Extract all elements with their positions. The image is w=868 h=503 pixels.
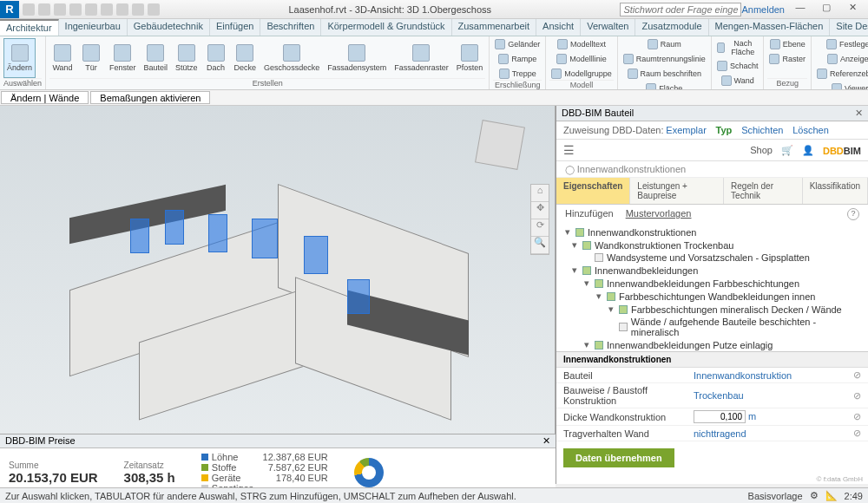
sptab-eigenschaften[interactable]: Eigenschaften bbox=[556, 178, 630, 204]
ribbon-viewer[interactable]: Viewer bbox=[815, 82, 868, 90]
prices-close-icon[interactable]: ✕ bbox=[542, 435, 550, 447]
3d-viewport[interactable]: ⌂ ✥ ⟳ 🔍 1 : 100 ▧ ☀ ◪ ✂ ⚙ bbox=[0, 106, 556, 484]
ribbon-t-r[interactable]: Tür bbox=[78, 38, 104, 78]
clear-icon[interactable]: ⊘ bbox=[853, 428, 861, 439]
ribbon-schacht[interactable]: Schacht bbox=[715, 60, 760, 72]
ribbon-nach-fl-che[interactable]: Nach Fläche bbox=[715, 38, 760, 57]
link-schichten[interactable]: Schichten bbox=[741, 125, 783, 135]
tree-node[interactable]: ▾Innenwandbekleidungen Farbbeschichtunge… bbox=[562, 277, 863, 290]
minimize-button[interactable]: — bbox=[790, 2, 811, 17]
ribbon-fassadenraster[interactable]: Fassadenraster bbox=[391, 38, 451, 78]
menu-icon[interactable]: ☰ bbox=[563, 143, 575, 157]
nav-pan-icon[interactable]: ✥ bbox=[531, 202, 549, 219]
ribbon-bauteil[interactable]: Bauteil bbox=[141, 38, 171, 78]
link-typ[interactable]: Typ bbox=[716, 125, 733, 135]
clear-icon[interactable]: ⊘ bbox=[853, 390, 861, 402]
ribbon-raumtrennungslinie[interactable]: Raumtrennungslinie bbox=[621, 53, 707, 65]
ribbon-ebene[interactable]: Ebene bbox=[767, 38, 807, 50]
tab-beschriften[interactable]: Beschriften bbox=[260, 19, 321, 36]
tab-zusatzmodule[interactable]: Zusatzmodule bbox=[635, 19, 708, 36]
tree-node[interactable]: Wandsysteme und Vorsatzschalen - Gipspla… bbox=[562, 252, 863, 264]
view-cube[interactable] bbox=[475, 120, 525, 170]
ribbon-dach[interactable]: Dach bbox=[203, 38, 229, 78]
tab-sitedesigner[interactable]: Site Designer bbox=[830, 19, 868, 36]
tab-ansicht[interactable]: Ansicht bbox=[536, 19, 581, 36]
ribbon-wand[interactable]: Wand bbox=[715, 75, 760, 87]
login-link[interactable]: Anmelden bbox=[741, 4, 785, 15]
status-hint: Zur Auswahl klicken, TABULATOR für ander… bbox=[5, 491, 516, 501]
sptab-klassifikation[interactable]: Klassifikation bbox=[803, 178, 868, 204]
apply-button[interactable]: Daten übernehmen bbox=[563, 448, 674, 467]
ribbon-modelllinie[interactable]: Modelllinie bbox=[549, 53, 614, 65]
prop-value[interactable]: Trockenbau bbox=[694, 390, 744, 401]
ribbon-raum[interactable]: Raum bbox=[621, 38, 707, 50]
ribbon-festlegen[interactable]: Festlegen bbox=[815, 38, 868, 50]
ribbon-decke[interactable]: Decke bbox=[232, 38, 260, 78]
nav-orbit-icon[interactable]: ⟳ bbox=[531, 219, 549, 237]
ribbon-fl-che[interactable]: Fläche bbox=[621, 82, 707, 90]
ribbon-modelltext[interactable]: Modelltext bbox=[549, 38, 614, 50]
nav-toolbar[interactable]: ⌂ ✥ ⟳ 🔍 bbox=[530, 184, 549, 255]
quick-access-toolbar[interactable] bbox=[23, 3, 160, 16]
maximize-button[interactable]: ▢ bbox=[816, 2, 837, 17]
user-icon[interactable]: 👤 bbox=[802, 145, 814, 156]
prop-value[interactable]: nichttragend bbox=[694, 428, 746, 439]
ctx-bemassungen[interactable]: Bemaßungen aktivieren bbox=[90, 91, 210, 104]
component-tree[interactable]: ▾Innenwandkonstruktionen▾Wandkonstruktio… bbox=[556, 224, 868, 351]
ribbon-gel-nder[interactable]: Geländer bbox=[493, 38, 542, 50]
tab-ingenieurbau[interactable]: Ingenieurbau bbox=[59, 19, 128, 36]
ribbon-pfosten[interactable]: Pfosten bbox=[454, 38, 486, 78]
tab-architektur[interactable]: Architektur bbox=[0, 19, 59, 36]
dbdbim-panel: DBD-BIM Bauteil✕ Zuweisung DBD-Daten: Ex… bbox=[556, 106, 868, 484]
ribbon--ndern[interactable]: Ändern bbox=[3, 38, 36, 78]
help-icon[interactable]: ? bbox=[847, 208, 859, 220]
status-mode[interactable]: Basisvorlage bbox=[748, 491, 803, 501]
tree-node[interactable]: ▾Wandkonstruktionen Trockenbau bbox=[562, 238, 863, 252]
ribbon-rampe[interactable]: Rampe bbox=[493, 53, 542, 65]
ribbon-referenzebene[interactable]: Referenzebene bbox=[815, 68, 868, 80]
ribbon-fenster[interactable]: Fenster bbox=[107, 38, 139, 78]
ribbon-wand[interactable]: Wand bbox=[49, 38, 76, 78]
link-exemplar[interactable]: Exemplar bbox=[666, 125, 706, 135]
ribbon-fassadensystem[interactable]: Fassadensystem bbox=[325, 38, 389, 78]
cart-icon[interactable]: 🛒 bbox=[781, 145, 793, 156]
help-search-input[interactable] bbox=[620, 3, 741, 16]
status-icon[interactable]: 📐 bbox=[825, 490, 838, 501]
ctx-aendern-waende[interactable]: Ändern | Wände bbox=[1, 91, 89, 104]
panel-close-icon[interactable]: ✕ bbox=[855, 108, 863, 119]
tab-mengen[interactable]: Mengen-Massen-Flächen bbox=[709, 19, 831, 36]
ribbon-raum-beschriften[interactable]: Raum beschriften bbox=[621, 68, 707, 80]
nav-home-icon[interactable]: ⌂ bbox=[531, 185, 549, 202]
nav-zoom-icon[interactable]: 🔍 bbox=[531, 237, 549, 254]
clear-icon[interactable]: ⊘ bbox=[853, 369, 861, 381]
ribbon-anzeigen[interactable]: Anzeigen bbox=[815, 53, 868, 65]
ribbon-treppe[interactable]: Treppe bbox=[493, 68, 542, 80]
ribbon-raster[interactable]: Raster bbox=[767, 53, 807, 65]
tab-einfuegen[interactable]: Einfügen bbox=[210, 19, 260, 36]
prop-input[interactable] bbox=[694, 410, 746, 423]
subtab-mustervorlagen[interactable]: Mustervorlagen bbox=[626, 208, 692, 220]
ribbon-geschossdecke[interactable]: Geschossdecke bbox=[261, 38, 322, 78]
sptab-leistungen[interactable]: Leistungen + Baupreise bbox=[630, 178, 724, 204]
status-icon[interactable]: ⚙ bbox=[810, 490, 819, 501]
clear-icon[interactable]: ⊘ bbox=[853, 411, 861, 422]
tree-node[interactable]: ▾Farbbeschichtungen mineralisch Decken /… bbox=[562, 303, 863, 316]
tab-koerpermodell[interactable]: Körpermodell & Grundstück bbox=[321, 19, 451, 36]
ribbon-st-tze[interactable]: Stütze bbox=[173, 38, 201, 78]
tab-gebaeudetechnik[interactable]: Gebäudetechnik bbox=[128, 19, 210, 36]
tree-node[interactable]: ▾Innenwandbekleidungen bbox=[562, 264, 863, 277]
tree-node[interactable]: ▾Innenwandbekleidungen Putze einlagig bbox=[562, 338, 863, 351]
tree-node[interactable]: ▾Farbbeschichtungen Wandbekleidungen inn… bbox=[562, 290, 863, 303]
tree-node[interactable]: ▾Innenwandkonstruktionen bbox=[562, 225, 863, 238]
prop-value[interactable]: Innenwandkonstruktion bbox=[694, 370, 792, 381]
close-button[interactable]: ✕ bbox=[842, 2, 863, 17]
tab-zusammenarbeit[interactable]: Zusammenarbeit bbox=[452, 19, 537, 36]
sptab-regeln[interactable]: Regeln der Technik bbox=[724, 178, 803, 204]
ribbon-modellgruppe[interactable]: Modellgruppe bbox=[549, 68, 614, 80]
link-loeschen[interactable]: Löschen bbox=[792, 125, 829, 135]
subtab-hinzufuegen[interactable]: Hinzufügen bbox=[565, 208, 614, 220]
tab-verwalten[interactable]: Verwalten bbox=[581, 19, 635, 36]
tree-node[interactable]: Wände / aufgehende Bauteile beschichten … bbox=[562, 316, 863, 338]
property-grid: Innenwandkonstruktionen BauteilInnenwand… bbox=[556, 351, 868, 441]
shop-link[interactable]: Shop bbox=[750, 145, 773, 155]
